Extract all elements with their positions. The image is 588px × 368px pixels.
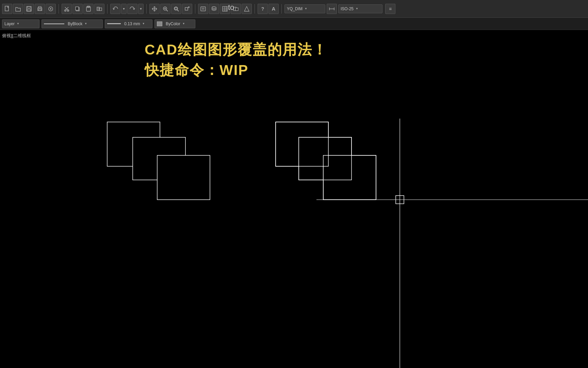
linetype-value: ByBlock [68,21,82,26]
svg-rect-18 [99,8,102,11]
zoom-plus-button[interactable] [160,4,170,14]
sep4 [195,4,195,14]
layer-manager-button[interactable] [209,4,219,14]
cad-drawing [0,30,588,368]
redo-dropdown-button[interactable]: ▼ [138,4,144,14]
svg-point-32 [212,6,216,8]
print-button[interactable] [35,4,45,14]
linetype-arrow: ▼ [84,22,87,25]
tool-b-button[interactable] [242,4,252,14]
iso-arrow: ▼ [356,7,358,10]
paste-button[interactable] [83,4,94,14]
svg-rect-27 [185,7,188,10]
yq-dim-value: YQ_DIM [287,6,303,11]
sep5 [255,4,255,14]
undo-button[interactable] [110,4,120,14]
wipeout-2 [323,155,352,180]
match-properties-button[interactable] [94,4,104,14]
layer-bar: Layer ▼ ByBlock ▼ 0.13 mm ▼ ByColor ▼ [0,18,588,30]
zoom-window-button[interactable] [171,4,181,14]
layer-dropdown[interactable]: Layer ▼ [2,19,39,28]
file-tools [2,4,56,14]
pan-button[interactable] [149,4,160,14]
sep2 [107,4,108,14]
open-button[interactable] [13,4,23,14]
sep6 [281,4,282,14]
extra-menu-button[interactable]: ≡ [385,4,395,14]
left-rect3 [157,155,210,200]
svg-rect-39 [235,8,238,11]
svg-point-8 [50,8,51,10]
yq-dim-dropdown[interactable]: YQ_DIM ▼ [284,4,325,13]
layer-arrow: ▼ [17,22,19,25]
history-tools: ▼ ▼ [110,4,144,14]
iso-dropdown[interactable]: ISO-25 ▼ [338,4,382,13]
undo-dropdown-button[interactable]: ▼ [121,4,127,14]
help-tools: ? A [258,4,279,14]
toolbar-to-text: to [227,3,235,12]
dim-tool-button[interactable] [327,4,337,14]
view-tools [149,4,192,14]
save-button[interactable] [24,4,34,14]
iso-value: ISO-25 [341,6,354,11]
zoom-extents-button[interactable] [182,4,192,14]
copy-button[interactable] [72,4,83,14]
sep1 [59,4,59,14]
redo-button[interactable] [127,4,137,14]
main-toolbar: ▼ ▼ [0,0,588,18]
svg-line-21 [166,10,168,11]
yq-dim-arrow: ▼ [305,7,307,10]
help-button[interactable]: ? [258,4,268,14]
lineweight-arrow: ▼ [142,22,145,25]
prop-tools [198,4,252,14]
linetype-dropdown[interactable]: ByBlock ▼ [42,19,103,28]
svg-rect-29 [201,7,206,11]
svg-rect-3 [27,9,31,11]
new-button[interactable] [2,4,12,14]
drawing-canvas[interactable]: 俯视][二维线框 CAD绘图图形覆盖的用法！ 快捷命令：WIP [0,30,588,368]
color-arrow: ▼ [182,22,185,25]
text-tool-button[interactable]: A [268,4,279,14]
color-dropdown[interactable]: ByColor ▼ [154,19,195,28]
cut-button[interactable] [62,4,72,14]
svg-line-25 [177,10,179,11]
lineweight-dropdown[interactable]: 0.13 mm ▼ [105,19,152,28]
properties-button[interactable] [198,4,208,14]
edit-tools [62,4,104,14]
preview-button[interactable] [46,4,56,14]
svg-marker-40 [244,6,249,11]
sep3 [146,4,147,14]
lineweight-value: 0.13 mm [124,21,140,26]
color-value: ByColor [166,21,180,26]
svg-rect-14 [76,7,79,10]
svg-rect-26 [175,7,177,9]
svg-rect-2 [28,6,30,8]
layer-value: Layer [4,21,15,26]
